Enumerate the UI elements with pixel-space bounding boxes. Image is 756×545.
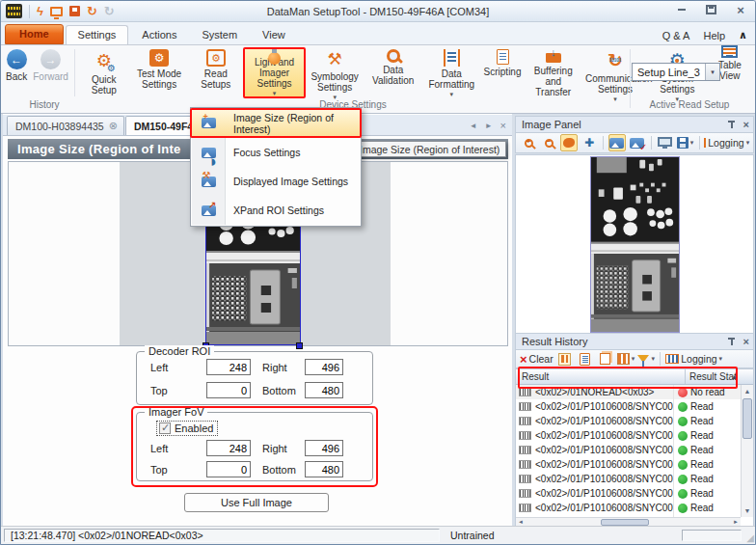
result-status-column-header[interactable]: Result Stat — [686, 369, 753, 384]
result-row[interactable]: <0x02>/01/P10106008/SNYC007OJ6... Read — [516, 457, 741, 472]
result-row[interactable]: <0x02>/01/P10106008/SNYC007OJ6... Read — [516, 501, 741, 515]
scroll-tabs-left-icon[interactable]: ◄ — [470, 122, 477, 130]
scrollbar-thumb[interactable] — [601, 519, 649, 526]
decoder-top-input[interactable] — [206, 382, 251, 398]
qa-link[interactable]: Q & A — [662, 30, 690, 41]
close-panel-icon[interactable]: × — [743, 336, 749, 347]
collapse-ribbon-icon[interactable]: ∧ — [739, 29, 747, 41]
fov-top-input[interactable] — [206, 461, 251, 477]
enabled-checkbox-row[interactable]: Enabled — [156, 421, 218, 436]
restore-button[interactable] — [706, 5, 716, 14]
bottom-label: Bottom — [251, 385, 305, 396]
ribbon-tab[interactable]: Home — [5, 24, 64, 44]
chevron-down-icon[interactable]: ▾ — [705, 64, 719, 80]
roi-handle-bottom-right[interactable] — [296, 342, 303, 349]
close-document-icon[interactable]: × — [500, 120, 506, 131]
scrollbar-thumb[interactable] — [742, 398, 752, 439]
image-panel-title: Image Panel — [522, 119, 581, 130]
pin-icon[interactable] — [727, 337, 736, 346]
light-imager-dropdown-menu: Image Size (Region of Interest) Focus Se… — [190, 107, 362, 227]
ribbon: ← Back → Forward Quick Setup Test Mode S… — [1, 44, 755, 114]
scroll-up-icon[interactable]: ▲ — [742, 385, 753, 397]
ribbon-button[interactable]: Light and Imager Settings ▾ — [243, 47, 306, 98]
scroll-tabs-right-icon[interactable]: ► — [485, 122, 493, 130]
result-row[interactable]: <0x02>/01NOREAD<0x03> No read — [516, 385, 741, 399]
fov-right-input[interactable] — [305, 440, 343, 456]
close-button[interactable]: × — [734, 4, 747, 15]
device-tab[interactable]: DM100-H03894435 ⊗ — [7, 116, 124, 135]
vertical-scrollbar[interactable]: ▲ ▼ — [741, 385, 753, 517]
fov-left-input[interactable] — [206, 440, 251, 456]
ribbon-button[interactable]: Scripting — [481, 47, 525, 98]
fit-image-button[interactable] — [560, 134, 578, 151]
logging-button[interactable]: Logging▾ — [665, 350, 722, 368]
ribbon-button[interactable]: Read Setups — [188, 47, 243, 98]
result-image-button[interactable] — [629, 134, 646, 151]
menu-item[interactable]: Image Size (Region of Interest) — [190, 108, 362, 138]
back-button[interactable]: ← Back — [3, 47, 30, 98]
dropdown-caret-icon: ▾ — [273, 90, 277, 96]
fov-bottom-input[interactable] — [305, 461, 343, 477]
zoom-in-button[interactable]: + — [520, 134, 537, 151]
chevron-down-icon: ▾ — [651, 355, 655, 363]
barcode-icon — [519, 431, 531, 440]
result-row[interactable]: <0x02>/01/P10106008/SNYC007OJ6... Read — [516, 399, 741, 414]
status-bar: [13:21:48.470] <0x02>/01NOREAD<0x03> Unt… — [1, 526, 755, 544]
scroll-down-icon[interactable]: ▼ — [742, 504, 753, 517]
filter-button[interactable]: ▾ — [637, 350, 655, 368]
menu-item[interactable]: XPand ROI Settings — [192, 196, 360, 225]
decoder-left-input[interactable] — [206, 359, 251, 375]
sort-ascending-icon[interactable]: ▲ — [731, 373, 738, 380]
help-link[interactable]: Help — [703, 30, 725, 41]
save-image-button[interactable]: ▾ — [677, 134, 694, 151]
decoder-right-input[interactable] — [305, 359, 343, 375]
external-monitor-button[interactable] — [657, 134, 674, 151]
right-label: Right — [251, 362, 305, 373]
result-row[interactable]: <0x02>/01/P10106008/SNYC007OJ6... Read — [516, 472, 741, 486]
menu-item[interactable]: Displayed Image Settings — [192, 167, 360, 196]
ribbon-tab[interactable]: Settings — [66, 25, 129, 44]
result-row[interactable]: <0x02>/01/P10106008/SNYC007OJ6... Read — [516, 443, 741, 457]
result-row[interactable]: <0x02>/01/P10106008/SNYC007OJ6... Read — [516, 486, 741, 501]
decoder-bottom-input[interactable] — [305, 382, 343, 398]
use-full-image-button[interactable]: Use Full Image — [184, 493, 329, 512]
barcode-icon — [519, 417, 531, 425]
barcode-icon — [519, 489, 531, 498]
result-row[interactable]: <0x02>/01/P10106008/SNYC007OJ6... Read — [516, 414, 741, 428]
logging-button[interactable]: Logging▾ — [704, 134, 749, 151]
columns-button[interactable]: ▾ — [617, 350, 635, 368]
zoom-out-button[interactable]: − — [540, 134, 557, 151]
ribbon-button[interactable]: Test Mode Settings — [130, 47, 189, 98]
ribbon-button[interactable]: Data Formatting ▾ — [422, 47, 481, 98]
status-dot — [678, 402, 688, 412]
ribbon-tab[interactable]: System — [190, 26, 249, 44]
ribbon-button[interactable]: Data Validation — [364, 47, 422, 98]
live-image-button[interactable] — [608, 134, 626, 151]
ribbon-button[interactable]: Buffering and Transfer — [524, 47, 582, 98]
result-column-header[interactable]: Result — [516, 369, 686, 384]
scroll-left-icon[interactable]: ◄ — [518, 519, 524, 525]
close-panel-icon[interactable]: × — [743, 119, 749, 130]
center-image-button[interactable]: ✚ — [580, 134, 598, 151]
image-panel-view[interactable] — [515, 154, 754, 335]
minimize-button[interactable] — [675, 4, 688, 15]
ribbon-tab-strip: HomeSettingsActionsSystemView Q & A Help… — [1, 22, 755, 44]
pause-button[interactable] — [556, 350, 574, 368]
copy-button[interactable] — [597, 350, 614, 368]
pin-icon[interactable] — [727, 120, 736, 129]
zoom-out-icon: − — [545, 139, 554, 148]
resize-grip-icon[interactable]: ◢ — [746, 532, 754, 543]
clear-button[interactable]: ×Clear — [520, 350, 554, 368]
report-button[interactable] — [577, 350, 594, 368]
result-row[interactable]: <0x02>/01/P10106008/SNYC007OJ6... Read — [516, 428, 741, 443]
ribbon-button[interactable]: Quick Setup — [78, 47, 130, 98]
scroll-right-icon[interactable]: ► — [733, 519, 739, 525]
ribbon-tab[interactable]: Actions — [130, 26, 188, 44]
active-read-setup-select[interactable]: Setup Line_3 ▾ — [632, 63, 720, 81]
ribbon-tab[interactable]: View — [251, 26, 297, 44]
displayed-image-icon — [202, 177, 216, 187]
tab-close-icon[interactable]: ⊗ — [109, 120, 118, 132]
enabled-checkbox[interactable] — [159, 422, 171, 434]
menu-item[interactable]: Focus Settings — [192, 138, 360, 167]
ribbon-button[interactable]: Symbology Settings ▾ — [306, 47, 364, 98]
